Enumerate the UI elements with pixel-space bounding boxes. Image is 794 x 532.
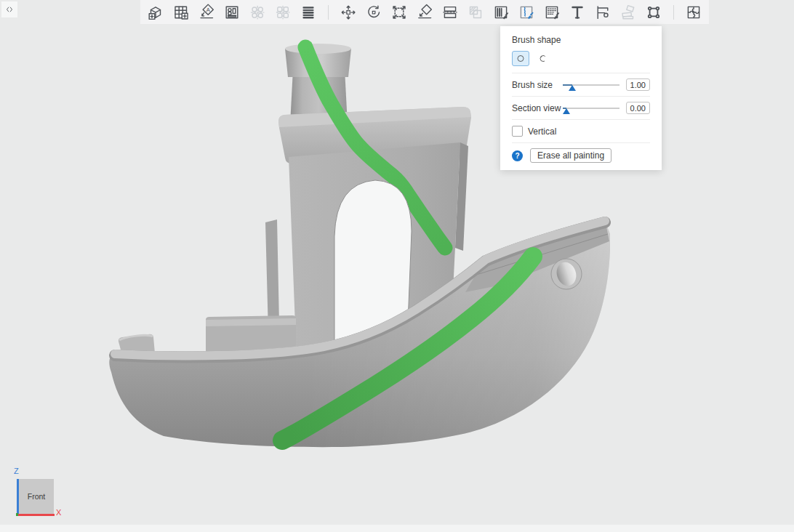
auto-orient-icon: A — [198, 4, 215, 21]
arrange-button[interactable] — [222, 3, 241, 22]
erase-all-painting-button[interactable]: Erase all painting — [530, 148, 611, 163]
erase-row: ? Erase all painting — [512, 142, 650, 164]
scale-icon — [390, 4, 408, 21]
add-plate-icon — [172, 4, 190, 21]
cut-button[interactable] — [441, 3, 460, 22]
seam-paint-panel: Brush shape Brush size — [500, 26, 662, 170]
place-on-face-button[interactable] — [415, 3, 434, 22]
view-cube-front-face[interactable]: Front — [19, 479, 54, 514]
brush-shape-label: Brush shape — [512, 35, 650, 45]
mesh-boolean-icon — [467, 4, 484, 21]
cut-icon — [441, 4, 459, 21]
measure-button[interactable] — [593, 3, 612, 22]
assembly-view-button[interactable] — [684, 3, 703, 22]
application-window: A — [0, 0, 794, 532]
brush-shape-sphere-button[interactable] — [534, 51, 552, 66]
fuzzy-skin-painting-button[interactable] — [542, 3, 561, 22]
help-icon[interactable]: ? — [512, 150, 523, 161]
slider-thumb[interactable] — [563, 108, 570, 114]
text-tool-button[interactable] — [568, 3, 587, 22]
vertical-label: Vertical — [528, 126, 556, 137]
assembly-button[interactable] — [619, 3, 638, 22]
vertical-row: Vertical — [512, 119, 650, 142]
fuzzy-skin-painting-icon — [543, 4, 561, 21]
bottom-strip — [0, 525, 794, 532]
sphere-brush-icon — [540, 53, 547, 64]
brush-shape-options — [512, 51, 650, 73]
place-on-face-icon — [416, 4, 433, 21]
auto-orient-button[interactable]: A — [197, 3, 216, 22]
arrange-icon — [223, 4, 241, 21]
benchy-chimney-top — [285, 44, 351, 54]
move-icon — [340, 4, 357, 21]
variable-layer-height-button[interactable] — [299, 3, 318, 22]
split-to-parts-button[interactable] — [273, 3, 292, 22]
main-toolbar: A — [140, 0, 709, 24]
svg-text:A: A — [206, 7, 210, 13]
add-plate-button[interactable] — [172, 3, 191, 22]
brush-size-label: Brush size — [512, 80, 563, 90]
move-button[interactable] — [339, 3, 358, 22]
seam-painting-button[interactable] — [517, 3, 536, 22]
slider-track — [563, 108, 619, 109]
collapse-sidebar-button[interactable] — [1, 1, 17, 17]
add-object-button[interactable] — [146, 3, 165, 22]
split-to-objects-button[interactable] — [248, 3, 267, 22]
y-axis-origin-mark — [16, 513, 18, 516]
text-tool-icon — [569, 4, 586, 21]
view-cube[interactable]: Front — [19, 479, 54, 514]
variable-layer-height-icon — [300, 4, 317, 21]
x-axis-line — [17, 514, 55, 516]
deform-icon — [645, 4, 662, 21]
brush-size-input[interactable]: 1.00 — [626, 78, 650, 91]
z-axis-label: Z — [14, 467, 19, 475]
support-painting-button[interactable] — [492, 3, 510, 22]
measure-icon — [594, 4, 611, 21]
seam-painting-icon — [518, 4, 535, 21]
support-painting-icon — [492, 4, 510, 21]
assembly-icon — [619, 4, 637, 21]
deform-button[interactable] — [644, 3, 663, 22]
section-view-row: Section view 0.00 — [512, 96, 650, 119]
vertical-checkbox[interactable] — [512, 126, 523, 137]
brush-size-row: Brush size 1.00 — [512, 73, 650, 96]
circle-brush-icon — [517, 53, 524, 64]
toolbar-separator — [673, 5, 674, 20]
section-view-slider[interactable] — [563, 103, 619, 113]
toolbar-separator — [328, 5, 329, 20]
rotate-button[interactable] — [364, 3, 383, 22]
assembly-view-icon — [685, 4, 702, 21]
mesh-boolean-button[interactable] — [466, 3, 485, 22]
section-view-label: Section view — [512, 103, 563, 113]
split-to-objects-icon — [249, 4, 266, 21]
section-view-input[interactable]: 0.00 — [626, 102, 650, 114]
split-to-parts-icon — [274, 4, 292, 21]
slider-thumb[interactable] — [569, 85, 576, 91]
scale-button[interactable] — [390, 3, 409, 22]
brush-shape-circle-button[interactable] — [512, 51, 529, 66]
x-axis-label: X — [56, 508, 61, 517]
rotate-icon — [365, 4, 382, 21]
viewport-3d[interactable] — [0, 0, 794, 532]
chevrons-collapse-icon — [6, 4, 13, 15]
add-object-icon — [147, 4, 164, 21]
brush-size-slider[interactable] — [563, 80, 619, 90]
